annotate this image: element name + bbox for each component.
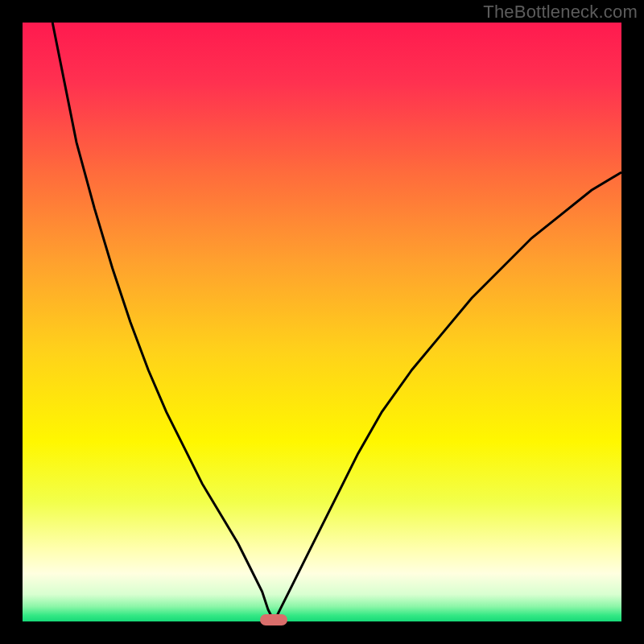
watermark-text: TheBottleneck.com xyxy=(483,2,638,23)
bottleneck-curves xyxy=(23,23,621,621)
right-curve xyxy=(275,172,622,621)
left-curve xyxy=(52,23,274,621)
chart-frame: TheBottleneck.com xyxy=(0,0,644,644)
plot-area xyxy=(23,23,621,621)
optimum-marker xyxy=(260,614,287,625)
